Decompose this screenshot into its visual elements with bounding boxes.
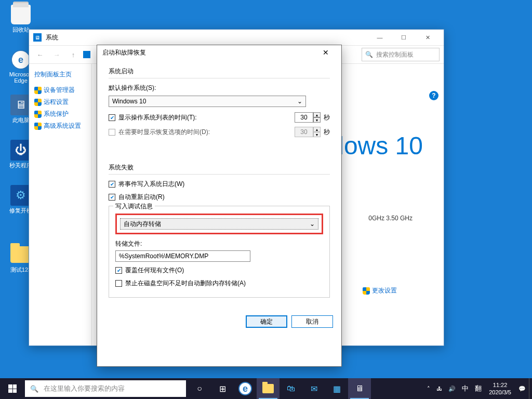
shield-icon: [363, 287, 370, 295]
explorer-taskbar[interactable]: [257, 378, 280, 399]
dialog-titlebar[interactable]: 启动和故障恢复 ✕: [97, 45, 341, 60]
tray-chevron-up-icon[interactable]: ˄: [424, 378, 433, 399]
mail-taskbar[interactable]: ✉: [302, 378, 325, 399]
shield-icon: [34, 123, 42, 130]
control-panel-home[interactable]: 控制面板主页: [34, 70, 86, 79]
windows-10-logo: dows 10: [330, 131, 423, 160]
ok-button[interactable]: 确定: [246, 315, 287, 328]
start-button[interactable]: [0, 378, 25, 399]
path-icon: [83, 51, 90, 58]
checkbox-overwrite[interactable]: ✔: [115, 267, 122, 274]
ime-extra[interactable]: 翻: [472, 378, 485, 399]
overwrite-label: 覆盖任何现有文件(O): [125, 266, 184, 275]
checkbox-write-log[interactable]: ✔: [109, 181, 115, 188]
tray-volume-icon[interactable]: 🔊: [445, 378, 459, 399]
debug-info-fieldset: 写入调试信息 自动内存转储 ⌄ 转储文件: %SystemRoot%\MEMOR…: [109, 206, 330, 298]
search-control-panel[interactable]: 🔍 搜索控制面板: [362, 48, 440, 61]
auto-restart-label: 自动重新启动(R): [118, 193, 165, 202]
nav-up[interactable]: ↑: [66, 48, 80, 61]
edge-taskbar[interactable]: [234, 378, 257, 399]
show-os-list-label: 显示操作系统列表的时间(T):: [118, 113, 197, 122]
dump-file-label: 转储文件:: [115, 240, 323, 248]
taskbar: 🔍 在这里输入你要搜索的内容 ○ ⊞ 🛍 ✉ ▦ 🖥 ˄ 🖧 🔊 中 翻 11:…: [0, 378, 532, 399]
cortana-button[interactable]: ○: [188, 378, 211, 399]
sidebar-advanced-settings[interactable]: 高级系统设置: [34, 120, 86, 132]
maximize-button[interactable]: ☐: [392, 30, 416, 45]
close-button[interactable]: ✕: [416, 30, 440, 45]
taskbar-clock[interactable]: 11:22 2020/3/5: [485, 381, 515, 396]
shield-icon: [34, 87, 42, 94]
shield-icon: [34, 111, 42, 118]
search-icon: 🔍: [30, 385, 38, 393]
spin-down[interactable]: ▼: [313, 117, 321, 123]
startup-recovery-dialog: 启动和故障恢复 ✕ 系统启动 默认操作系统(S): Windows 10 ⌄ ✔…: [97, 45, 342, 367]
store-taskbar[interactable]: 🛍: [280, 378, 302, 399]
dump-type-select[interactable]: 自动内存转储 ⌄: [120, 218, 318, 230]
highlight-box: 自动内存转储 ⌄: [115, 214, 323, 234]
default-os-select[interactable]: Windows 10 ⌄: [109, 96, 306, 107]
recovery-seconds-input: [295, 127, 313, 137]
sidebar: 控制面板主页 设备管理器 远程设置 系统保护 高级系统设置: [29, 64, 91, 345]
dump-file-input[interactable]: %SystemRoot%\MEMORY.DMP: [115, 250, 250, 262]
change-settings-link[interactable]: 更改设置: [363, 286, 397, 295]
action-center-icon[interactable]: 💬: [515, 378, 529, 399]
spin-down: ▼: [313, 132, 321, 137]
checkbox-show-os-list[interactable]: ✔: [109, 114, 115, 121]
default-os-label: 默认操作系统(S):: [109, 84, 330, 92]
system-icon: 🖥: [33, 33, 42, 42]
write-log-label: 将事件写入系统日志(W): [118, 180, 184, 189]
dialog-title: 启动和故障恢复: [102, 48, 146, 57]
time: 11:22: [489, 381, 511, 389]
nav-back[interactable]: ←: [33, 48, 47, 61]
shield-icon: [34, 99, 42, 106]
disable-auto-delete-label: 禁止在磁盘空间不足时自动删除内存转储(A): [125, 279, 246, 288]
debug-info-legend: 写入调试信息: [113, 202, 155, 211]
sidebar-remote-settings[interactable]: 远程设置: [34, 96, 86, 108]
windows-icon: [8, 384, 17, 393]
chevron-down-icon: ⌄: [297, 98, 302, 105]
show-recovery-label: 在需要时显示恢复选项的时间(D):: [118, 128, 210, 137]
sidebar-system-protection[interactable]: 系统保护: [34, 108, 86, 120]
show-desktop[interactable]: [529, 378, 532, 399]
group-system-failure: 系统失败: [109, 163, 330, 175]
search-placeholder: 在这里输入你要搜索的内容: [44, 384, 125, 393]
checkbox-show-recovery[interactable]: [109, 129, 115, 136]
taskbar-search[interactable]: 🔍 在这里输入你要搜索的内容: [25, 380, 186, 397]
search-placeholder: 搜索控制面板: [376, 50, 414, 59]
date: 2020/3/5: [489, 389, 511, 396]
nav-forward: →: [50, 48, 63, 61]
checkbox-disable-auto-delete[interactable]: [115, 280, 122, 287]
checkbox-auto-restart[interactable]: ✔: [109, 194, 115, 201]
help-icon[interactable]: ?: [429, 91, 438, 100]
titlebar[interactable]: 🖥 系统 — ☐ ✕: [29, 30, 444, 45]
tray-network-icon[interactable]: 🖧: [433, 378, 445, 399]
cpu-info: 0GHz 3.50 GHz: [368, 215, 413, 222]
search-icon: 🔍: [365, 51, 373, 58]
group-system-startup: 系统启动: [109, 67, 330, 78]
close-button[interactable]: ✕: [315, 45, 336, 60]
sidebar-device-manager[interactable]: 设备管理器: [34, 84, 86, 96]
system-properties-taskbar[interactable]: 🖥: [348, 378, 371, 399]
system-tray: ˄ 🖧 🔊 中 翻 11:22 2020/3/5 💬: [424, 378, 532, 399]
spin-up: ▲: [313, 127, 321, 132]
minimize-button[interactable]: —: [368, 30, 392, 45]
ime-mode[interactable]: 中: [459, 378, 472, 399]
spin-up[interactable]: ▲: [313, 112, 321, 117]
window-title: 系统: [46, 33, 58, 42]
task-view-button[interactable]: ⊞: [211, 378, 234, 399]
chevron-down-icon: ⌄: [310, 220, 315, 228]
os-list-seconds-input[interactable]: [295, 112, 313, 123]
app-taskbar[interactable]: ▦: [325, 378, 348, 399]
cancel-button[interactable]: 取消: [291, 315, 333, 328]
